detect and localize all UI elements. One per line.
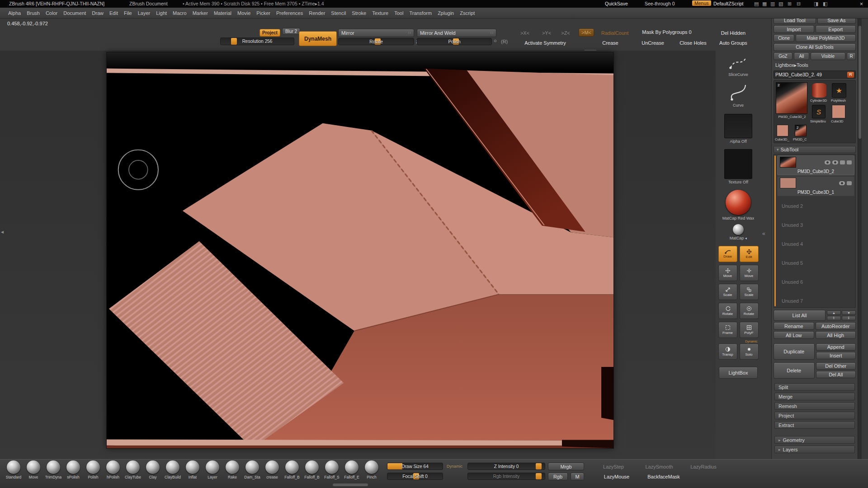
symmetry-z-button[interactable]: >Z< <box>559 29 572 37</box>
lightbox-button[interactable]: LightBox <box>719 367 758 379</box>
menu-picker[interactable]: Picker <box>256 10 270 16</box>
brush-claybuildup[interactable]: ClayBuild <box>163 460 183 479</box>
menu-stencil[interactable]: Stencil <box>331 10 346 16</box>
slider-handle[interactable] <box>231 38 237 45</box>
material-selector-button[interactable]: MatCap Red Wax <box>722 190 755 221</box>
visibility-icon[interactable] <box>839 181 845 185</box>
menu-file[interactable]: File <box>124 10 132 16</box>
all-high-button[interactable]: All High <box>816 331 856 339</box>
document-canvas[interactable] <box>107 52 613 448</box>
draw-size-slider[interactable]: Draw Size 64 <box>387 463 443 470</box>
subtool-item-unused[interactable]: Unused 7 <box>777 292 854 308</box>
subtool-select-up-button[interactable]: ↥ <box>827 316 841 320</box>
curve-stroke-button[interactable]: Curve <box>728 83 748 108</box>
tray-scrollbar-handle[interactable] <box>859 26 861 139</box>
layout-icon-4[interactable]: ▧ <box>778 1 783 7</box>
subtool-item-selected[interactable]: PM3D_Cube3D_2 <box>777 155 854 175</box>
z-intensity-slider[interactable]: Z Intensity 0 <box>467 463 545 470</box>
move-w-button[interactable]: Move <box>740 265 759 281</box>
current-tool-r-button[interactable]: R <box>847 72 854 78</box>
dynamic-mode-label[interactable]: Dynamic <box>447 464 462 469</box>
lazystep-slider[interactable]: LazyStep <box>598 464 629 470</box>
menu-movie[interactable]: Movie <box>237 10 250 16</box>
menu-texture[interactable]: Texture <box>372 10 388 16</box>
brush-falloff-b1[interactable]: Falloff_B <box>282 460 302 479</box>
autoreorder-button[interactable]: AutoReorder <box>816 322 856 330</box>
symmetry-y-button[interactable]: >Y< <box>540 29 553 37</box>
brush-falloff-s[interactable]: Falloff_S <box>322 460 342 479</box>
tool-thumb-simplebrush[interactable]: S <box>812 105 826 118</box>
layers-section[interactable]: ▸ Layers <box>774 446 855 453</box>
active-tool-thumbnail[interactable]: 2 <box>776 82 807 114</box>
layout-icon-3[interactable]: ▥ <box>770 1 775 7</box>
all-low-button[interactable]: All Low <box>774 331 814 339</box>
uncrease-button[interactable]: UnCrease <box>636 39 670 47</box>
backfacemask-button[interactable]: BackfaceMask <box>641 473 686 480</box>
menu-edit[interactable]: Edit <box>109 10 118 16</box>
lazyradius-slider[interactable]: LazyRadius <box>686 464 721 470</box>
bottom-tray-resize-handle[interactable] <box>333 483 368 486</box>
brush-clay[interactable]: Clay <box>143 460 163 479</box>
layout-icon-2[interactable]: ▦ <box>762 1 767 7</box>
subtool-up-button[interactable]: ▲ <box>827 310 841 315</box>
close-window-icon[interactable]: × <box>860 1 863 7</box>
paint-icon[interactable] <box>840 160 845 164</box>
project-section[interactable]: Project <box>774 412 855 419</box>
subtool-item-unused[interactable]: Unused 5 <box>777 254 854 272</box>
layout-icon-1[interactable]: ▤ <box>754 1 759 7</box>
brush-rake[interactable]: Rake <box>222 460 242 479</box>
menu-light[interactable]: Light <box>156 10 167 16</box>
project-button[interactable]: Project <box>259 29 280 37</box>
brush-trimdynamic[interactable]: TrimDyna <box>43 460 63 479</box>
insert-button[interactable]: Insert <box>816 352 856 359</box>
brush-damstandard[interactable]: Dam_Sta <box>242 460 262 479</box>
goz-visible-button[interactable]: Visible <box>811 52 845 60</box>
menu-zplugin[interactable]: Zplugin <box>438 10 454 16</box>
lazymouse-button[interactable]: LazyMouse <box>598 473 636 480</box>
subtool-item[interactable]: PM3D_Cube3D_1 <box>777 176 854 196</box>
menu-preferences[interactable]: Preferences <box>276 10 303 16</box>
menu-render[interactable]: Render <box>309 10 325 16</box>
brush-polish[interactable]: Polish <box>83 460 103 479</box>
current-tool-field[interactable]: PM3D_Cube3D_2. 49 R <box>774 70 856 79</box>
menu-color[interactable]: Color <box>46 10 57 16</box>
polyframe-button[interactable]: PolyF <box>740 322 759 338</box>
activate-symmetry-button[interactable]: Activate Symmetry <box>518 39 572 47</box>
rgb-intensity-slider[interactable]: Rgb Intensity <box>467 473 545 480</box>
mrgb-button[interactable]: Mrgb <box>548 463 584 470</box>
matcap-secondary-button[interactable]: MatCap ◂ <box>730 224 747 240</box>
geometry-section[interactable]: ▸ Geometry <box>774 436 855 444</box>
transp-button[interactable]: Transp <box>718 343 737 360</box>
mask-by-polygroups-button[interactable]: Mask By Polygroups 0 <box>635 28 699 36</box>
subtool-item-unused[interactable]: Unused 2 <box>777 197 854 215</box>
tool-thumb-cube3d[interactable] <box>832 105 845 118</box>
subtool-scrollbar[interactable] <box>774 155 776 306</box>
mirror-and-weld-button[interactable]: Mirror And Weld ∷ <box>417 29 496 37</box>
radial-count-slider[interactable]: RadialCount <box>598 29 632 37</box>
frame-button[interactable]: Frame <box>718 322 737 338</box>
brush-falloff-b2[interactable]: Falloff_B <box>302 460 322 479</box>
mirror-button[interactable]: Mirror ∷ <box>338 29 414 37</box>
slice-curve-brush-button[interactable]: SliceCurve <box>728 54 748 77</box>
append-button[interactable]: Append <box>816 343 856 351</box>
quicksave-button[interactable]: QuickSave <box>605 1 628 6</box>
del-all-button[interactable]: Del All <box>816 371 856 378</box>
remesh-section[interactable]: Remesh <box>774 402 855 410</box>
layout-icon-5[interactable]: ⊞ <box>788 1 792 7</box>
brush-crease[interactable]: crease <box>262 460 282 479</box>
menus-button[interactable]: Menus <box>692 0 711 6</box>
goz-button[interactable]: GoZ <box>774 52 793 60</box>
rotate-gizmo-button[interactable]: Rotate <box>718 303 737 319</box>
brush-move[interactable]: Move <box>24 460 43 479</box>
tool-thumb-polymesh[interactable]: ★ <box>832 83 846 98</box>
rgb-button[interactable]: Rgb <box>548 473 568 480</box>
move-gizmo-button[interactable]: Move <box>718 265 737 281</box>
layout-icon-7[interactable]: ◨ <box>814 1 818 7</box>
menu-brush[interactable]: Brush <box>27 10 40 16</box>
solo-button[interactable]: Dynamic Solo <box>740 343 759 360</box>
menu-macro[interactable]: Macro <box>173 10 187 16</box>
subtool-select-down-button[interactable]: ↧ <box>842 316 856 320</box>
brush-claytubes[interactable]: ClayTube <box>123 460 143 479</box>
draw-mode-button[interactable]: Draw <box>718 246 737 262</box>
extract-section[interactable]: Extract <box>774 421 855 429</box>
